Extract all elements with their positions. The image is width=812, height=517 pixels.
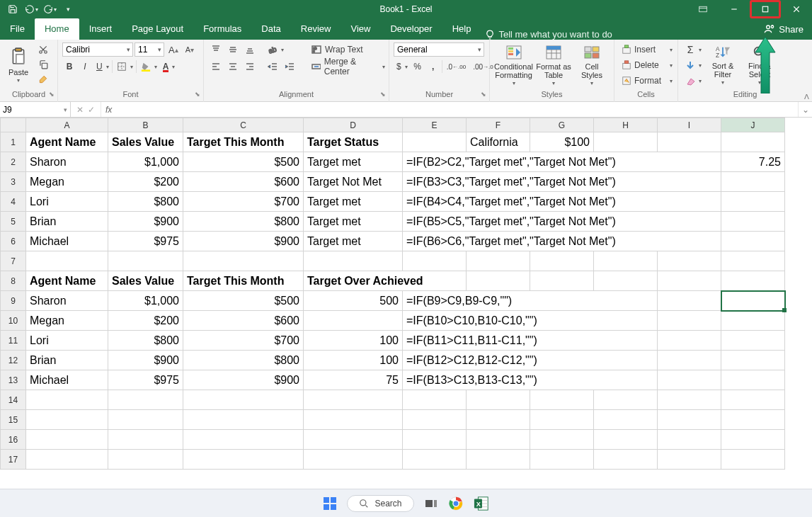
increase-indent-button[interactable]: [282, 59, 297, 74]
cell[interactable]: $700: [183, 192, 304, 212]
cell[interactable]: [658, 450, 721, 470]
clipboard-launcher[interactable]: ⬊: [47, 89, 56, 98]
fx-icon[interactable]: fx: [101, 102, 116, 117]
cell[interactable]: [658, 331, 721, 351]
cell[interactable]: =IF(B11>C11,B11-C11,""): [403, 331, 658, 351]
fill-color-button[interactable]: [138, 59, 159, 74]
cell[interactable]: $600: [183, 311, 304, 331]
cell[interactable]: [721, 232, 785, 251]
column-header[interactable]: H: [594, 118, 658, 132]
cell[interactable]: =IF(B5>C5,"Target met","Target Not Met"): [403, 212, 721, 232]
cell[interactable]: [594, 430, 658, 450]
cell[interactable]: Sales Value: [108, 132, 183, 152]
row-header[interactable]: 12: [1, 351, 26, 370]
name-box[interactable]: J9: [0, 102, 71, 117]
cell[interactable]: Michael: [26, 232, 108, 251]
delete-cells-button[interactable]: Delete: [619, 58, 674, 72]
cell[interactable]: [403, 410, 467, 430]
minimize-button[interactable]: [719, 0, 750, 18]
cell[interactable]: $1,000: [108, 152, 183, 172]
cell[interactable]: Agent Name: [26, 271, 108, 291]
cell[interactable]: [183, 450, 304, 470]
row-header[interactable]: 15: [1, 410, 26, 430]
copy-button[interactable]: [35, 57, 51, 72]
cell[interactable]: $500: [183, 152, 304, 172]
cell[interactable]: Lori: [26, 192, 108, 212]
align-right-button[interactable]: [242, 59, 258, 74]
cell[interactable]: $800: [108, 192, 183, 212]
sort-filter-button[interactable]: AZ Sort & Filter▾: [706, 42, 740, 88]
clear-button[interactable]: [682, 74, 703, 88]
cell[interactable]: $600: [183, 172, 304, 192]
cell[interactable]: [108, 410, 183, 430]
cell[interactable]: [594, 132, 658, 152]
accounting-format-button[interactable]: $: [394, 59, 409, 74]
tab-developer[interactable]: Developer: [380, 18, 442, 40]
cell[interactable]: [658, 132, 721, 152]
cell[interactable]: [721, 311, 785, 331]
cell[interactable]: $200: [108, 311, 183, 331]
cell[interactable]: =IF(B9>C9,B9-C9,""): [403, 291, 658, 311]
row-header[interactable]: 11: [1, 331, 26, 351]
cell[interactable]: Target This Month: [183, 132, 304, 152]
redo-button[interactable]: ▾: [41, 1, 58, 17]
cell[interactable]: [403, 430, 467, 450]
cell[interactable]: =IF(B2>C2,"Target met","Target Not Met"): [403, 152, 721, 172]
cell[interactable]: [721, 212, 785, 232]
row-header[interactable]: 5: [1, 212, 26, 232]
excel-taskbar-icon[interactable]: X: [474, 496, 489, 511]
decrease-indent-button[interactable]: [265, 59, 280, 74]
cell[interactable]: =IF(B12>C12,B12-C12,""): [403, 351, 658, 370]
tab-review[interactable]: Review: [291, 18, 341, 40]
cell[interactable]: [108, 430, 183, 450]
font-size-combo[interactable]: 11: [135, 42, 164, 57]
cell[interactable]: [183, 390, 304, 410]
cell[interactable]: $500: [183, 291, 304, 311]
orientation-button[interactable]: ab: [265, 42, 285, 57]
cell[interactable]: =IF(B6>C6,"Target met","Target Not Met"): [403, 232, 721, 251]
cell[interactable]: $800: [183, 351, 304, 370]
align-middle-button[interactable]: [225, 42, 241, 57]
row-header[interactable]: 9: [1, 291, 26, 311]
cell[interactable]: 100: [304, 331, 403, 351]
cell[interactable]: Sales Value: [108, 271, 183, 291]
tab-insert[interactable]: Insert: [79, 18, 122, 40]
cell[interactable]: [108, 390, 183, 410]
row-header[interactable]: 6: [1, 232, 26, 251]
undo-button[interactable]: ▾: [23, 1, 40, 17]
formula-bar-input[interactable]: [116, 102, 798, 117]
cell[interactable]: [26, 410, 108, 430]
row-header[interactable]: 16: [1, 430, 26, 450]
cell[interactable]: [304, 410, 403, 430]
italic-button[interactable]: I: [78, 59, 92, 74]
cell[interactable]: [530, 251, 594, 271]
cell[interactable]: [721, 450, 785, 470]
cell[interactable]: [304, 450, 403, 470]
cell[interactable]: [530, 430, 594, 450]
cell[interactable]: $100: [530, 132, 594, 152]
cell[interactable]: [594, 271, 658, 291]
cell[interactable]: [721, 172, 785, 192]
cell[interactable]: [403, 132, 467, 152]
cell[interactable]: [304, 251, 403, 271]
cell[interactable]: [183, 430, 304, 450]
cell[interactable]: [183, 410, 304, 430]
close-button[interactable]: [781, 0, 812, 18]
alignment-launcher[interactable]: ⬊: [379, 89, 387, 98]
align-top-button[interactable]: [208, 42, 224, 57]
cell[interactable]: Target This Month: [183, 271, 304, 291]
format-cells-button[interactable]: Format: [619, 74, 674, 88]
column-header[interactable]: E: [403, 118, 467, 132]
cell[interactable]: [530, 390, 594, 410]
cell[interactable]: [467, 251, 530, 271]
cell[interactable]: [721, 410, 785, 430]
cell[interactable]: [403, 251, 467, 271]
cell[interactable]: [467, 271, 530, 291]
cell[interactable]: [721, 331, 785, 351]
cell[interactable]: Megan: [26, 172, 108, 192]
cell[interactable]: [658, 351, 721, 370]
bold-button[interactable]: B: [62, 59, 76, 74]
cell[interactable]: [467, 390, 530, 410]
cell[interactable]: [26, 251, 108, 271]
align-left-button[interactable]: [208, 59, 224, 74]
